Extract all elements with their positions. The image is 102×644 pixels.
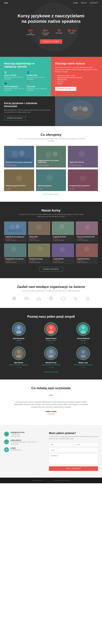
team-name-2: Jennie Roberts — [68, 338, 98, 340]
team-social-4-tw[interactable]: t — [50, 366, 51, 368]
mid-text: Nibh venenatis sed iis. Nibh felis agil … — [4, 109, 51, 114]
team-social-5-fb[interactable]: f — [81, 366, 82, 368]
svg-marker-47 — [61, 297, 66, 300]
team-social-5-gp[interactable]: g — [84, 366, 85, 368]
contact-email: ✉ E-MAIL email@email.com — [4, 447, 45, 452]
offer-card-2[interactable]: Zajęcia dla osób 30+ od 4 godz. od 6000 … — [68, 146, 98, 168]
testimonial-section: Co mówią nasi uczniowie ““ Lorem ipsum d… — [0, 380, 102, 425]
course-card-6[interactable]: Lekcje prywatne od 1500 zł 6 godz. od pr… — [52, 244, 74, 264]
svg-point-3 — [78, 106, 82, 110]
team-social-0-fb[interactable]: f — [17, 342, 17, 344]
offer-card-5-bg: Przygotowanie do egzaminu od 12 godz. od… — [68, 170, 98, 191]
testimonial-text: Lorem ipsum dolor sit amet, consectetur … — [13, 401, 89, 408]
course-card-5[interactable]: Prywatne mini grupy od 4500 zł 10 godz. … — [28, 244, 50, 264]
offer-card-0[interactable]: Elastyczne kursy języka angielskiego od … — [4, 146, 34, 168]
team-social-0-tw[interactable]: t — [18, 342, 19, 344]
svg-point-18 — [46, 174, 53, 181]
contact-form-row-2 — [49, 448, 98, 452]
team-avatar-4 — [44, 346, 58, 360]
contact-location: 📍 LOKALIZACJA 52 Rock Street, 21 Avenue,… — [4, 440, 45, 445]
hero-title: Kursy językowe z nauczycielami na poziom… — [16, 13, 86, 24]
contact-submit-button[interactable]: WYŚLIJ WIADOMOŚĆ — [49, 466, 98, 471]
team-social-4-fb[interactable]: f — [49, 366, 49, 368]
info-left-title: Naucząj angielskiego w najlepszy sposób — [4, 62, 47, 68]
svg-point-12 — [53, 152, 58, 156]
team-social-0-gp[interactable]: g — [20, 342, 21, 344]
team-social-1-tw[interactable]: t — [50, 342, 51, 344]
team-social-2-fb[interactable]: f — [81, 342, 82, 344]
team-social-3-gp[interactable]: g — [20, 366, 21, 368]
info-right-list: Pierwsza klasa talenci / Simon Angielski… — [55, 74, 98, 85]
course-card-7[interactable]: Angielski dla dzieci od 2500 zł 8 godz. … — [76, 244, 98, 264]
team-social-3: f t g — [4, 366, 34, 368]
nav-contact[interactable]: CONTACT — [90, 2, 98, 4]
course-card-4[interactable]: Przygotowanie do egzaminu od 3500 zł 12 … — [4, 244, 26, 264]
email-icon: ✉ — [4, 447, 9, 452]
mid-left: Kursy językowe i szkolenia biznesowe Nib… — [0, 96, 55, 126]
svg-point-54 — [49, 326, 53, 330]
hero-stat-1-label: Kursy różnych języków — [41, 32, 50, 36]
svg-point-7 — [12, 150, 18, 157]
testimonial-box: ““ Lorem ipsum dolor sit amet, consectet… — [13, 394, 89, 415]
offer-card-5[interactable]: Przygotowanie do egzaminu od 12 godz. od… — [68, 170, 98, 191]
info-item-3-head: SZKOLENIA — [27, 86, 47, 88]
hero-stat-2-num: 74 — [56, 29, 62, 32]
contact-email-input[interactable] — [74, 442, 98, 447]
team-role-4: Nauczyciel języka angielskiego — [36, 364, 66, 366]
list-item-0: Pierwsza klasa talenci / Simon — [55, 74, 98, 76]
course-card-1[interactable]: Nauka online od 2000 zł 8 godz. od prawn… — [28, 222, 50, 242]
trusted-logo-1 — [22, 296, 31, 301]
contact-location-label: LOKALIZACJA — [11, 440, 37, 441]
team-social-2-gp[interactable]: g — [84, 342, 85, 344]
svg-point-51 — [17, 326, 21, 330]
course-card-0[interactable]: Angielski dla początkujących od 4000 zł … — [4, 222, 26, 242]
team-social-4-gp[interactable]: g — [52, 366, 53, 368]
contact-form-title: Masz jakieś pytania? — [49, 432, 98, 435]
info-right-button[interactable]: DOWIEDZ SIĘ WIĘCEJ — [55, 87, 76, 91]
course-info-3: Kursy dla samotnych osób od 5000 zł 14 g… — [76, 235, 98, 242]
team-avatar-1 — [44, 322, 58, 336]
offer-card-4[interactable]: Szkolenia językowe od 11 godz. od prawni… — [36, 170, 66, 191]
hero-cta-button[interactable]: Zdjęcia z filmem — [40, 39, 62, 44]
contact-email-label: E-MAIL — [11, 447, 22, 449]
nav-home[interactable]: HOME — [73, 2, 78, 4]
course-card-3[interactable]: Kursy dla samotnych osób od 5000 zł 14 g… — [76, 222, 98, 242]
quote-icon: ““ — [13, 394, 89, 399]
courses-section: Nasze kursy Lorem ipsum dolor sit amet, … — [0, 202, 102, 278]
team-name-1: Sasha Payne — [36, 338, 66, 340]
team-social-5-tw[interactable]: t — [83, 366, 83, 368]
svg-point-23 — [16, 225, 20, 229]
team-more-link[interactable]: PEŁNA NASZA FILMEM — [4, 371, 98, 373]
offers-more-link[interactable]: Oferta przełączyć z filmem — [4, 194, 98, 195]
team-social-1-gp[interactable]: g — [52, 342, 53, 344]
team-social-3-fb[interactable]: f — [17, 366, 17, 368]
offer-card-4-count: 12 osoby — [38, 188, 65, 190]
svg-point-28 — [59, 224, 65, 229]
location-icon: 📍 — [4, 440, 9, 444]
info-left-grid: 🖥 ZAJĘCIA ONLINE Zajęcia online. Click t… — [4, 71, 47, 91]
nav-about[interactable]: ABOUT — [81, 2, 87, 4]
course-card-2[interactable]: Angielski dla kobiet od 3000 zł 10 godz.… — [52, 222, 74, 242]
offer-card-3[interactable]: Szkolenia językowe dla firm 17 godz. od … — [4, 170, 34, 191]
testimonial-prev-arrow[interactable]: ‹ — [13, 415, 14, 418]
course-img-0 — [4, 222, 26, 235]
courses-more-button[interactable]: DOWIEDZ SIĘ WIĘCEJ — [39, 267, 63, 272]
svg-point-38 — [84, 246, 89, 252]
contact-name-input[interactable] — [49, 442, 73, 447]
testimonial-navigation: ‹ › — [13, 415, 89, 418]
offer-card-1[interactable]: Długoterminowe kursy języka angielskiego… — [36, 146, 66, 168]
testimonial-next-arrow[interactable]: › — [88, 415, 89, 418]
team-name-0: Nat Reynolds — [4, 338, 34, 340]
team-social-1-fb[interactable]: f — [49, 342, 49, 344]
offer-card-4-title: Szkolenia językowe — [38, 185, 65, 186]
hero-stat-0: 10+ Lata doświadczenia — [26, 29, 35, 36]
team-social-2-tw[interactable]: t — [83, 342, 83, 344]
team-avatar-2 — [76, 322, 90, 336]
team-social-3-tw[interactable]: t — [18, 366, 19, 368]
team-social-5: f t g — [68, 366, 98, 368]
hero-stat-0-num: 10+ — [26, 29, 35, 32]
contact-subject-input[interactable] — [49, 448, 98, 452]
mid-button[interactable]: DOWIEDZ SIĘ WIĘCEJ — [4, 116, 26, 120]
contact-message-input[interactable] — [49, 454, 98, 464]
contact-form-subtitle: Ut enim ad minim veniam, quis nostrud ex… — [49, 436, 98, 440]
